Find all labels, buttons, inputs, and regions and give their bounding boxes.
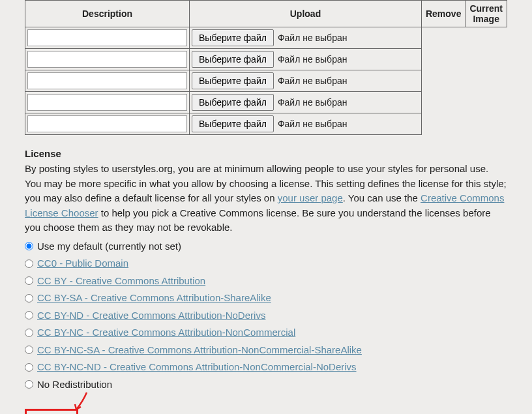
description-input[interactable] bbox=[27, 29, 187, 46]
col-header-remove: Remove bbox=[421, 1, 465, 27]
file-status-text: Файл не выбран bbox=[278, 119, 347, 129]
license-option: CC BY-NC - Creative Commons Attribution-… bbox=[25, 324, 507, 342]
choose-file-button[interactable]: Выберите файл bbox=[192, 51, 274, 68]
arrow-annotation-icon bbox=[71, 390, 91, 413]
license-radio[interactable] bbox=[25, 329, 33, 337]
license-option: CC BY - Creative Commons Attribution bbox=[25, 273, 507, 290]
license-radio[interactable] bbox=[25, 276, 33, 285]
license-option-link[interactable]: CC BY-NC-SA - Creative Commons Attributi… bbox=[37, 343, 362, 358]
license-radio[interactable] bbox=[25, 294, 33, 303]
current-image-cell bbox=[466, 27, 507, 135]
save-highlight-box: Save bbox=[25, 409, 78, 414]
file-status-text: Файл не выбран bbox=[278, 97, 347, 108]
col-header-description: Description bbox=[25, 1, 190, 27]
license-option: CC BY-ND - Creative Commons Attribution-… bbox=[25, 307, 507, 325]
license-option-label: No Redistribution bbox=[37, 377, 112, 392]
upload-table: Description Upload Remove Current Image … bbox=[25, 0, 507, 135]
license-option-link[interactable]: CC BY-ND - Creative Commons Attribution-… bbox=[37, 308, 265, 323]
license-option-label: Use my default (currently not set) bbox=[37, 239, 181, 254]
license-option-link[interactable]: CC0 - Public Domain bbox=[37, 256, 128, 271]
license-desc-text: . You can use the bbox=[343, 192, 421, 203]
license-option: CC BY-NC-ND - Creative Commons Attributi… bbox=[25, 359, 507, 376]
file-status-text: Файл не выбран bbox=[278, 33, 347, 43]
choose-file-button[interactable]: Выберите файл bbox=[192, 94, 274, 111]
license-radio-list: Use my default (currently not set)CC0 - … bbox=[25, 238, 507, 394]
license-section: License By posting styles to userstyles.… bbox=[25, 148, 507, 393]
description-input[interactable] bbox=[27, 51, 187, 68]
license-option: Use my default (currently not set) bbox=[25, 238, 507, 256]
description-input[interactable] bbox=[27, 94, 187, 111]
license-option: CC BY-SA - Creative Commons Attribution-… bbox=[25, 289, 507, 307]
license-option-link[interactable]: CC BY-NC - Creative Commons Attribution-… bbox=[37, 325, 295, 340]
license-option: No Redistribution bbox=[25, 376, 507, 394]
license-option: CC0 - Public Domain bbox=[25, 255, 507, 273]
license-radio[interactable] bbox=[25, 242, 33, 250]
license-option-link[interactable]: CC BY-NC-ND - Creative Commons Attributi… bbox=[37, 360, 357, 375]
user-page-link[interactable]: your user page bbox=[278, 192, 343, 203]
description-input[interactable] bbox=[27, 72, 187, 89]
license-radio[interactable] bbox=[25, 363, 33, 372]
file-status-text: Файл не выбран bbox=[278, 76, 347, 86]
choose-file-button[interactable]: Выберите файл bbox=[192, 115, 274, 132]
file-status-text: Файл не выбран bbox=[278, 54, 347, 65]
license-radio[interactable] bbox=[25, 380, 33, 389]
license-option-link[interactable]: CC BY-SA - Creative Commons Attribution-… bbox=[37, 291, 271, 306]
table-row: Выберите файлФайл не выбран bbox=[25, 27, 507, 49]
license-radio[interactable] bbox=[25, 311, 33, 319]
license-heading: License bbox=[25, 148, 507, 159]
col-header-current-image: Current Image bbox=[466, 1, 507, 27]
license-radio[interactable] bbox=[25, 346, 33, 354]
license-option-link[interactable]: CC BY - Creative Commons Attribution bbox=[37, 274, 205, 289]
description-input[interactable] bbox=[27, 115, 187, 132]
col-header-upload: Upload bbox=[190, 1, 422, 27]
license-option: CC BY-NC-SA - Creative Commons Attributi… bbox=[25, 342, 507, 359]
license-radio[interactable] bbox=[25, 259, 33, 268]
choose-file-button[interactable]: Выберите файл bbox=[192, 29, 274, 46]
choose-file-button[interactable]: Выберите файл bbox=[192, 72, 274, 89]
license-description: By posting styles to userstyles.org, you… bbox=[25, 162, 507, 235]
remove-cell bbox=[421, 27, 465, 135]
